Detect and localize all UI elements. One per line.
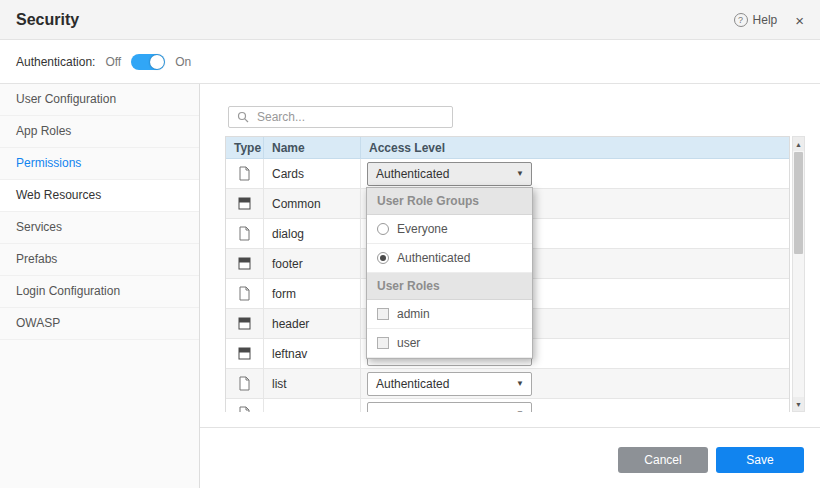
authentication-bar: Authentication: Off On [0,40,820,84]
footer-divider [200,427,820,428]
sidebar-item-owasp[interactable]: OWASP [0,308,199,340]
option-label: Everyone [397,222,448,236]
name-cell: dialog [264,219,361,248]
access-cell: ▼ [361,399,789,412]
page-icon [238,286,251,301]
access-level-dropdown-panel: User Role Groups Everyone Authenticated … [366,187,533,359]
table-scrollbar[interactable]: ▲ ▼ [792,136,805,412]
access-cell: Authenticated ▼ [361,159,789,188]
sidebar-item-user-configuration[interactable]: User Configuration [0,84,199,116]
partial-icon [238,317,251,330]
name-cell: Common [264,189,361,218]
type-cell [226,249,264,278]
page-icon [238,166,251,181]
radio-unchecked-icon [377,223,389,235]
type-cell [226,339,264,368]
partial-icon [238,197,251,210]
select-value: Authenticated [376,167,449,181]
chevron-down-icon: ▼ [516,379,524,388]
scrollbar-thumb[interactable] [794,152,803,254]
dropdown-option-admin[interactable]: admin [367,300,532,329]
name-cell: header [264,309,361,338]
toggle-off-label: Off [105,55,121,69]
help-icon: ? [734,13,748,27]
close-icon[interactable]: × [795,13,804,28]
authentication-label: Authentication: [16,55,95,69]
partial-icon [238,347,251,360]
name-cell: form [264,279,361,308]
help-label: Help [753,13,778,27]
sidebar-item-web-resources[interactable]: Web Resources [0,180,199,212]
name-cell: list [264,369,361,398]
sidebar: User Configuration App Roles Permissions… [0,84,200,488]
sidebar-item-prefabs[interactable]: Prefabs [0,244,199,276]
partial-icon [238,257,251,270]
search-input[interactable] [255,109,444,125]
web-resources-table: Type Name Access Level Cards Authenticat… [225,136,790,412]
checkbox-unchecked-icon [377,337,389,349]
page-icon [238,376,251,391]
chevron-down-icon: ▼ [516,169,524,178]
option-label: user [397,336,420,350]
table-header-row: Type Name Access Level [226,137,789,159]
name-cell: leftnav [264,339,361,368]
authentication-toggle[interactable] [131,54,165,70]
type-cell [226,219,264,248]
page-icon [238,226,251,241]
save-button[interactable]: Save [716,447,804,473]
dropdown-option-everyone[interactable]: Everyone [367,215,532,244]
titlebar-actions: ? Help × [734,0,804,40]
sidebar-item-app-roles[interactable]: App Roles [0,116,199,148]
table-row: list Authenticated ▼ [226,369,789,399]
scroll-down-icon[interactable]: ▼ [793,397,804,411]
chevron-down-icon: ▼ [516,409,524,412]
type-cell [226,369,264,398]
select-value: Authenticated [376,377,449,391]
page-title: Security [16,11,79,29]
type-cell [226,279,264,308]
radio-checked-icon [377,252,389,264]
page-icon [238,406,251,412]
scroll-up-icon[interactable]: ▲ [793,137,804,151]
help-button[interactable]: ? Help [734,13,778,27]
column-header-type: Type [226,137,264,158]
column-header-access-level: Access Level [361,137,789,158]
dropdown-group-header-user-role-groups: User Role Groups [367,188,532,215]
main-panel: Type Name Access Level Cards Authenticat… [200,84,820,488]
access-level-select[interactable]: ▼ [367,402,532,413]
checkbox-unchecked-icon [377,308,389,320]
option-label: admin [397,307,430,321]
cancel-button[interactable]: Cancel [618,447,708,473]
access-level-select[interactable]: Authenticated ▼ [367,372,532,396]
sidebar-item-services[interactable]: Services [0,212,199,244]
type-cell [226,159,264,188]
title-bar: Security ? Help × [0,0,820,40]
name-cell: Cards [264,159,361,188]
access-cell: Authenticated ▼ [361,369,789,398]
type-cell [226,309,264,338]
search-icon [237,111,249,123]
sidebar-item-login-configuration[interactable]: Login Configuration [0,276,199,308]
search-box [228,106,453,128]
dropdown-option-user[interactable]: user [367,329,532,358]
type-cell [226,399,264,412]
dropdown-group-header-user-roles: User Roles [367,273,532,300]
toggle-on-label: On [175,55,191,69]
table-row: ▼ [226,399,789,412]
name-cell: footer [264,249,361,278]
option-label: Authenticated [397,251,470,265]
type-cell [226,189,264,218]
table-row: Cards Authenticated ▼ [226,159,789,189]
dropdown-option-authenticated[interactable]: Authenticated [367,244,532,273]
name-cell [264,399,361,412]
access-level-select[interactable]: Authenticated ▼ [367,162,532,186]
toggle-knob [150,55,164,69]
column-header-name: Name [264,137,361,158]
sidebar-item-permissions[interactable]: Permissions [0,148,199,180]
